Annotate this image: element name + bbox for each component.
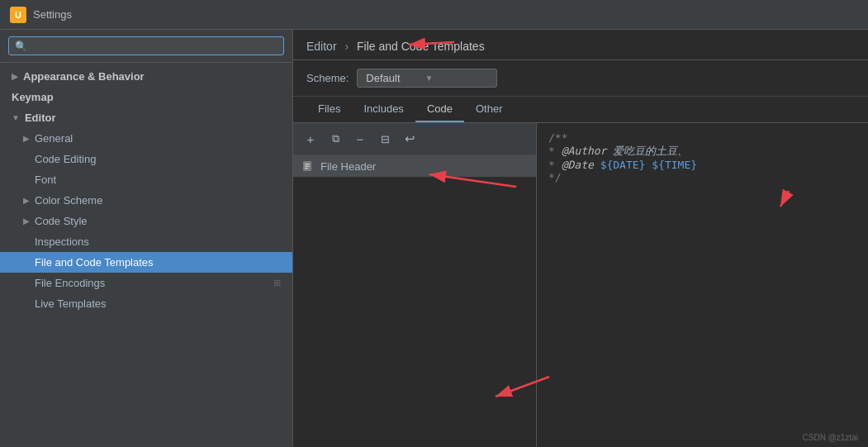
expand-arrow: ▶ [12, 72, 18, 81]
undo-icon: ↩ [405, 131, 415, 146]
sidebar-item-label: Color Scheme [35, 194, 102, 207]
sidebar-item-label: Live Templates [35, 297, 106, 310]
remove-button[interactable]: − [349, 128, 371, 150]
code-line-4: */ [548, 171, 856, 183]
breadcrumb-sep: › [344, 40, 352, 53]
sidebar-item-file-and-code-templates[interactable]: File and Code Templates [0, 252, 292, 273]
list-item-label: File Header [320, 160, 376, 173]
tab-files[interactable]: Files [306, 97, 352, 122]
code-line-1: /** [548, 131, 856, 144]
content-header: Editor › File and Code Templates [293, 30, 868, 60]
sidebar-item-color-scheme[interactable]: ▶ Color Scheme [0, 190, 292, 211]
copy-button[interactable]: ⧉ [325, 128, 346, 150]
sidebar-item-appearance[interactable]: ▶ Appearance & Behavior [0, 66, 292, 87]
reset-button[interactable]: ⊟ [374, 128, 396, 150]
undo-button[interactable]: ↩ [399, 128, 420, 150]
search-icon: 🔍 [15, 40, 27, 52]
code-line-2: * @Author 爱吃豆的土豆、 [548, 144, 856, 159]
svg-rect-2 [305, 166, 310, 167]
search-bar: 🔍 [0, 30, 292, 63]
expand-arrow: ▶ [23, 216, 30, 226]
scheme-row: Scheme: Default ▼ [293, 60, 868, 97]
sidebar-item-label: File Encodings [35, 277, 105, 289]
sidebar-item-label: General [35, 132, 73, 145]
sidebar: 🔍 ▶ Appearance & Behavior Keymap ▼ Edito… [0, 30, 293, 447]
sidebar-item-label: Keymap [12, 91, 54, 103]
main-layout: 🔍 ▶ Appearance & Behavior Keymap ▼ Edito… [0, 30, 868, 447]
file-icon [301, 159, 315, 173]
list-item[interactable]: File Header [293, 155, 536, 177]
tab-other[interactable]: Other [464, 97, 515, 122]
code-editor[interactable]: /** * @Author 爱吃豆的土豆、 * @Date ${DATE} ${… [537, 123, 868, 447]
toolbar: + ⧉ − ⊟ ↩ [293, 123, 536, 155]
svg-rect-3 [305, 168, 308, 169]
sidebar-nav: ▶ Appearance & Behavior Keymap ▼ Editor … [0, 63, 292, 447]
title-bar: U Settings [0, 0, 868, 30]
search-input-wrap[interactable]: 🔍 [8, 36, 284, 55]
sidebar-item-label: Appearance & Behavior [23, 70, 145, 83]
file-list: File Header [293, 155, 536, 447]
watermark: CSDN @z1ztai [803, 433, 858, 442]
sidebar-item-general[interactable]: ▶ General [0, 128, 292, 149]
code-line-3: * @Date ${DATE} ${TIME} [548, 159, 856, 171]
sidebar-item-inspections[interactable]: Inspections [0, 231, 292, 252]
sidebar-item-keymap[interactable]: Keymap [0, 87, 292, 107]
add-icon: + [307, 132, 315, 146]
sidebar-item-file-encodings[interactable]: File Encodings ⊞ [0, 273, 292, 293]
sidebar-item-label: Font [35, 174, 56, 186]
scheme-label: Scheme: [306, 72, 349, 84]
tab-includes[interactable]: Includes [352, 97, 415, 122]
sidebar-item-label: File and Code Templates [35, 256, 154, 269]
sidebar-item-label: Code Editing [35, 153, 96, 165]
breadcrumb-current: File and Code Templates [357, 40, 485, 53]
expand-arrow: ▶ [23, 196, 30, 205]
sidebar-item-code-style[interactable]: ▶ Code Style [0, 211, 292, 231]
app-logo: U [10, 7, 26, 23]
svg-rect-1 [305, 164, 310, 164]
title-bar-text: Settings [33, 8, 72, 21]
panel-area: + ⧉ − ⊟ ↩ [293, 123, 868, 447]
sidebar-item-label: Code Style [35, 215, 88, 227]
sidebar-item-editor[interactable]: ▼ Editor [0, 107, 292, 128]
search-input[interactable] [31, 40, 277, 52]
remove-icon: − [357, 132, 364, 146]
reset-icon: ⊟ [381, 133, 390, 145]
breadcrumb-editor: Editor [306, 40, 337, 53]
sidebar-item-label: Editor [25, 112, 56, 124]
sidebar-item-code-editing[interactable]: Code Editing [0, 149, 292, 169]
scheme-value: Default [366, 72, 400, 84]
scheme-dropdown[interactable]: Default ▼ [357, 69, 497, 88]
sidebar-item-live-templates[interactable]: Live Templates [0, 293, 292, 314]
expand-arrow: ▶ [23, 134, 30, 143]
file-list-panel: + ⧉ − ⊟ ↩ [293, 123, 537, 447]
content-area: Editor › File and Code Templates Scheme:… [293, 30, 868, 447]
add-button[interactable]: + [300, 128, 321, 150]
breadcrumb: Editor › File and Code Templates [306, 40, 485, 53]
tab-code[interactable]: Code [415, 97, 464, 122]
file-encodings-icon: ⊞ [273, 278, 281, 288]
tabs-row: Files Includes Code Other [293, 97, 868, 123]
copy-icon: ⧉ [332, 132, 339, 145]
sidebar-item-font[interactable]: Font [0, 169, 292, 190]
sidebar-item-label: Inspections [35, 235, 89, 248]
expand-arrow: ▼ [12, 113, 20, 122]
dropdown-arrow-icon: ▼ [425, 74, 434, 83]
